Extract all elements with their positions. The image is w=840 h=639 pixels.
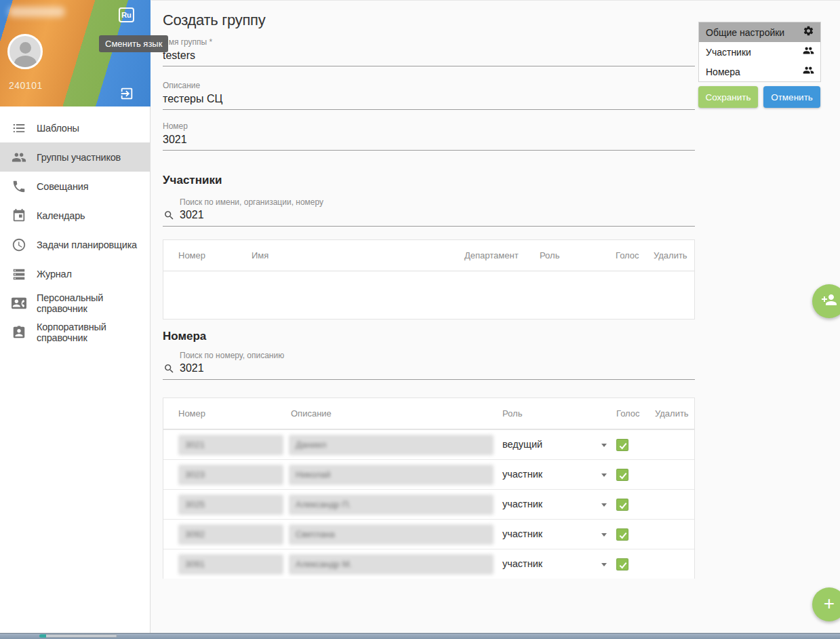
voice-checkbox[interactable] — [616, 528, 628, 541]
table-row: 3023 Николай участник — [163, 459, 694, 489]
row-description-redacted: Даниил — [289, 435, 494, 455]
sidebar-nav: Шаблоны Группы участников Совещания Кале… — [0, 113, 151, 347]
role-select[interactable]: участник — [502, 499, 542, 509]
row-number-redacted: 3021 — [178, 435, 283, 455]
sidebar-item-participant-groups[interactable]: Группы участников — [0, 142, 151, 172]
row-description-redacted: Светлана — [289, 524, 494, 545]
col-description: Описание — [291, 408, 332, 419]
role-select[interactable]: ведущий — [502, 439, 542, 450]
role-select[interactable]: участник — [502, 528, 542, 539]
col-delete: Удалить — [655, 408, 689, 419]
chevron-down-icon[interactable] — [601, 503, 607, 507]
chevron-down-icon[interactable] — [601, 563, 607, 566]
col-department: Департамент — [464, 250, 519, 260]
page-title: Создать группу — [163, 12, 265, 29]
sidebar-item-journal[interactable]: Журнал — [0, 259, 151, 288]
sidebar-item-label: Совещания — [37, 181, 88, 192]
sidebar-item-meetings[interactable]: Совещания — [0, 172, 151, 201]
chevron-down-icon[interactable] — [601, 473, 607, 477]
profile-header: Ru 240101 — [0, 0, 151, 106]
sidebar-item-label: Календарь — [37, 210, 85, 221]
change-language-tooltip: Сменить язык — [99, 35, 168, 52]
list-icon — [12, 121, 26, 136]
description-label: Описание — [163, 81, 695, 90]
col-voice: Голос — [616, 250, 639, 260]
sidebar-item-label: Персональный справочник — [37, 292, 151, 314]
add-participant-button[interactable] — [812, 284, 840, 318]
role-select[interactable]: участник — [502, 558, 542, 569]
panel-item-label: Участники — [706, 47, 751, 58]
cancel-button[interactable]: Отменить — [763, 86, 820, 108]
phone-icon — [12, 179, 26, 194]
sidebar-item-label: Группы участников — [37, 152, 121, 163]
panel-item-participants[interactable]: Участники — [699, 42, 820, 62]
chevron-down-icon[interactable] — [601, 533, 607, 537]
row-number-redacted: 3091 — [178, 554, 283, 575]
numbers-table-header: Номер Описание Роль Голос Удалить — [163, 398, 694, 429]
numbers-search-input[interactable] — [163, 360, 695, 379]
sidebar-item-personal-directory[interactable]: Персональный справочник — [0, 288, 151, 317]
sidebar-item-templates[interactable]: Шаблоны — [0, 113, 151, 142]
scrollbar-thumb[interactable] — [39, 634, 117, 638]
journal-icon — [12, 267, 26, 282]
plus-icon: + — [824, 594, 835, 613]
people-icon — [12, 150, 26, 165]
col-number: Номер — [178, 250, 205, 260]
avatar-body-shape — [14, 56, 37, 69]
participants-table-header: Номер Имя Департамент Роль Голос Удалить — [163, 240, 694, 271]
group-name-input[interactable] — [163, 47, 695, 66]
number-label: Номер — [163, 121, 695, 131]
save-button[interactable]: Сохранить — [698, 86, 758, 108]
col-delete: Удалить — [654, 250, 687, 260]
col-role: Роль — [540, 250, 559, 260]
col-role: Роль — [502, 408, 522, 419]
logout-button[interactable] — [119, 86, 134, 101]
people-icon — [803, 45, 814, 59]
row-description-redacted: Николай — [289, 465, 494, 485]
row-number-redacted: 3023 — [178, 465, 283, 485]
sidebar-item-calendar[interactable]: Календарь — [0, 201, 151, 230]
exit-icon — [119, 92, 134, 103]
voice-checkbox[interactable] — [616, 469, 628, 481]
row-description-redacted: Александр М. — [289, 554, 494, 575]
panel-item-numbers[interactable]: Номера — [699, 62, 820, 81]
panel-item-general-settings[interactable]: Общие настройки — [699, 22, 820, 42]
avatar-head-shape — [20, 42, 31, 54]
sidebar-item-label: Корпоративный справочник — [37, 322, 151, 343]
col-name: Имя — [252, 250, 268, 260]
panel-item-label: Номера — [706, 66, 740, 77]
description-field: Описание — [163, 81, 695, 110]
row-description-redacted: Александр П. — [289, 495, 494, 515]
row-number-redacted: 3025 — [178, 495, 283, 515]
language-switch-button[interactable]: Ru — [119, 7, 134, 22]
redacted-username — [8, 7, 65, 17]
gear-icon — [803, 25, 814, 39]
participants-section-title: Участники — [163, 174, 222, 187]
person-add-icon — [821, 292, 837, 311]
participants-search: Поиск по имени, организации, номеру — [163, 197, 695, 227]
participants-search-label: Поиск по имени, организации, номеру — [163, 197, 695, 207]
voice-checkbox[interactable] — [616, 499, 628, 511]
role-select[interactable]: участник — [502, 469, 542, 480]
voice-checkbox[interactable] — [616, 439, 628, 451]
number-field: Номер — [163, 121, 695, 151]
voice-checkbox[interactable] — [616, 558, 628, 570]
chevron-down-icon[interactable] — [601, 444, 607, 447]
sidebar-item-corporate-directory[interactable]: Корпоративный справочник — [0, 317, 151, 347]
description-input[interactable] — [163, 90, 695, 110]
sidebar: Ru 240101 Шаблоны Группы участников Сове… — [0, 0, 151, 633]
table-row: 3092 Светлана участник — [163, 519, 694, 549]
panel-item-label: Общие настройки — [706, 27, 784, 38]
settings-panel: Общие настройки Участники Номера — [698, 22, 821, 82]
contact-badge-icon — [12, 325, 26, 340]
horizontal-scrollbar[interactable] — [0, 633, 840, 639]
sidebar-item-label: Задачи планировщика — [37, 239, 137, 250]
participants-search-input[interactable] — [163, 207, 695, 226]
number-input[interactable] — [163, 131, 695, 151]
add-number-button[interactable]: + — [812, 587, 840, 621]
table-row: 3021 Даниил ведущий — [163, 429, 694, 459]
sidebar-item-scheduler-tasks[interactable]: Задачи планировщика — [0, 230, 151, 259]
numbers-search-label: Поиск по номеру, описанию — [163, 351, 695, 360]
clock-icon — [12, 237, 26, 252]
calendar-icon — [12, 208, 26, 223]
